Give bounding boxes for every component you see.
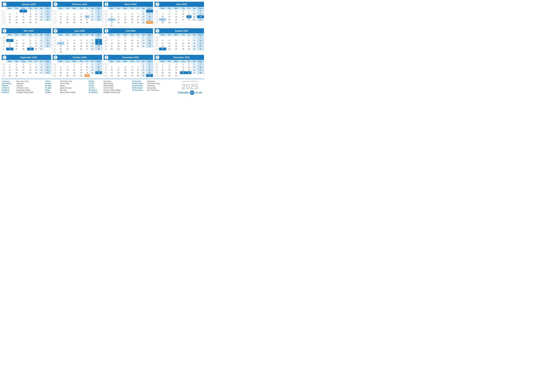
day-cell: 9	[34, 39, 39, 42]
day-cell: 31	[34, 21, 39, 24]
day-cell: 23	[27, 18, 34, 21]
month-title: August 2025	[160, 29, 203, 32]
day-cell: 20	[78, 18, 85, 21]
day-cell: 25	[27, 71, 34, 74]
day-header-thu: Thu	[78, 60, 85, 63]
day-cell: 28	[180, 48, 187, 50]
table-row: 2623242526272829	[53, 48, 102, 50]
table-row: 112345	[2, 10, 51, 13]
day-cell: 15	[140, 15, 146, 18]
week-number: 3	[2, 15, 6, 18]
day-cell: 10	[129, 39, 136, 42]
day-cell: 22	[6, 71, 14, 74]
holiday-name: Good Friday	[60, 83, 70, 84]
day-header-thu: Thu	[27, 60, 34, 63]
day-cell: 28	[20, 48, 27, 50]
table-row: 402930	[2, 74, 51, 77]
day-header-tue: Tue	[115, 33, 122, 36]
day-cell: 25	[44, 45, 51, 48]
day-cell: 31	[108, 24, 115, 27]
day-cell	[6, 36, 14, 39]
day-cell: 6	[146, 36, 153, 39]
month-title: October 2025	[58, 56, 101, 59]
list-item: 15 JuneFather's Day	[89, 87, 131, 89]
day-cell: 22	[140, 18, 146, 21]
day-cell: 11	[89, 66, 95, 68]
day-cell: 5	[191, 10, 197, 13]
day-cell: 8	[115, 39, 122, 42]
day-cell: 1	[95, 36, 102, 39]
week-number: 28	[104, 39, 108, 42]
day-header-wed: Wed	[71, 60, 78, 63]
day-cell: 23	[95, 18, 102, 21]
table-row: 2730	[53, 50, 102, 53]
list-item: 31 DecemberNew Year's Eve	[132, 89, 174, 91]
month-title: January 2025	[7, 3, 50, 6]
table-row: 18282930	[154, 21, 204, 24]
day-cell: 8	[20, 13, 27, 15]
day-cell: 1	[20, 10, 27, 13]
week-number: 16	[154, 15, 159, 18]
day-cell: 2	[27, 10, 34, 13]
week-number: 19	[2, 39, 6, 42]
day-cell: 20	[6, 18, 14, 21]
day-header-tue: Tue	[64, 33, 71, 36]
week-number: 9	[104, 10, 108, 13]
day-cell	[136, 10, 140, 13]
holiday-date: 8 June	[89, 83, 103, 84]
list-item: 30 MarchMothering Sunday	[2, 89, 44, 91]
holiday-date: 31 October	[132, 80, 146, 82]
day-header-mon: Mon	[57, 33, 64, 36]
day-cell	[44, 74, 51, 77]
day-cell: 28	[108, 48, 115, 50]
day-cell	[57, 36, 64, 39]
footer-section: 1 JanuaryNew Year's Day14 FebruaryValent…	[2, 79, 204, 95]
day-cell: 27	[6, 21, 14, 24]
day-cell	[20, 36, 27, 39]
table-row: 361234567	[2, 63, 51, 66]
day-cell	[187, 21, 191, 24]
holiday-name: Whit Monday	[103, 85, 114, 87]
day-cell: 30	[166, 74, 172, 77]
day-header-fri: Fri	[34, 7, 39, 10]
day-cell: 18	[115, 71, 122, 74]
day-header-wed: Wed	[172, 60, 180, 63]
table-row: 3525262728293031	[154, 48, 204, 50]
day-cell: 21	[85, 18, 89, 21]
day-cell: 23	[146, 18, 153, 21]
day-cell: 8	[95, 39, 102, 42]
day-header-mon: Mon	[159, 60, 166, 63]
day-header-thu: Thu	[78, 33, 85, 36]
day-header-sat: Sat	[39, 33, 44, 36]
day-cell: 17	[129, 42, 136, 45]
day-cell	[85, 10, 89, 13]
day-cell: 12	[166, 42, 172, 45]
day-cell: 21	[64, 71, 71, 74]
day-cell: 26	[6, 48, 14, 50]
day-cell: 4	[115, 13, 122, 15]
day-cell: 17	[180, 15, 187, 18]
day-cell	[71, 10, 78, 13]
day-cell	[108, 63, 115, 66]
day-cell: 27	[146, 45, 153, 48]
day-cell	[166, 36, 172, 39]
day-header-sun: Sun	[44, 7, 51, 10]
day-cell: 14	[180, 42, 187, 45]
table-row: 37891011121314	[2, 66, 51, 68]
day-cell	[95, 21, 102, 24]
day-cell: 27	[85, 48, 89, 50]
day-cell	[180, 74, 187, 77]
month-calendar-december: 365▶December 2025MonTueWedThuFriSatSun49…	[154, 55, 204, 77]
day-cell: 18	[27, 68, 34, 71]
day-cell: 13	[14, 42, 20, 45]
day-cell	[115, 10, 122, 13]
day-header-sun: Sun	[197, 33, 204, 36]
holiday-name: Daylight Saving (start)	[16, 91, 34, 93]
table-row: 442728293031	[53, 74, 102, 77]
day-header-sat: Sat	[140, 33, 146, 36]
day-header-wed: Wed	[122, 7, 129, 10]
list-item: 26 OctoberDaylight Saving (end)	[89, 91, 131, 93]
day-cell: 11	[115, 15, 122, 18]
day-cell	[71, 50, 78, 53]
table-row: 1721222324252627	[154, 18, 204, 21]
